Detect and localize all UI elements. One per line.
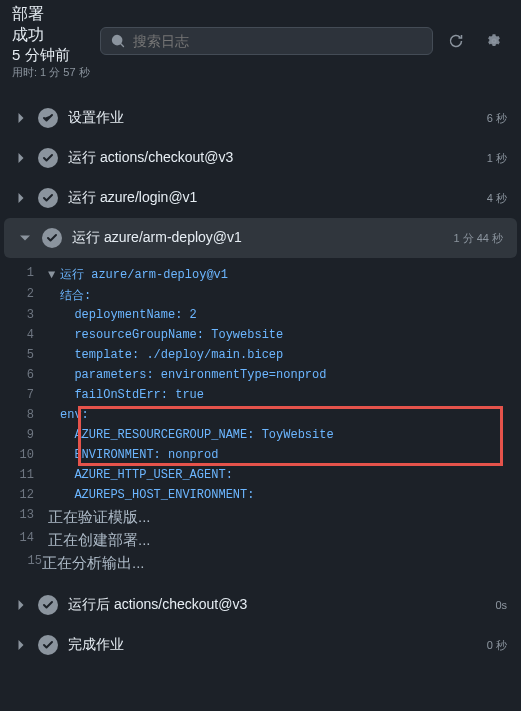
- chevron-right-icon: [14, 151, 28, 165]
- log-line[interactable]: 2结合:: [0, 285, 521, 306]
- log-line[interactable]: 7 failOnStdErr: true: [0, 386, 521, 406]
- log-line[interactable]: 12 AZUREPS_HOST_ENVIRONMENT:: [0, 486, 521, 506]
- step-name: 运行后 actions/checkout@v3: [68, 596, 485, 614]
- step-name: 运行 azure/login@v1: [68, 189, 477, 207]
- log-line[interactable]: 3 deploymentName: 2: [0, 306, 521, 326]
- step-name: 运行 azure/arm-deploy@v1: [72, 229, 443, 247]
- step-row[interactable]: 运行 azure/login@v1 4 秒: [0, 178, 521, 218]
- check-icon: [38, 148, 58, 168]
- chevron-right-icon: [14, 111, 28, 125]
- check-icon: [38, 635, 58, 655]
- check-icon: [38, 188, 58, 208]
- step-time: 0s: [495, 599, 507, 611]
- job-status: 成功: [12, 25, 90, 46]
- step-row[interactable]: 运行后 actions/checkout@v3 0s: [0, 585, 521, 625]
- step-time: 0 秒: [487, 638, 507, 653]
- chevron-right-icon: [14, 638, 28, 652]
- step-time: 6 秒: [487, 111, 507, 126]
- log-line[interactable]: 10 ENVIRONMENT: nonprod: [0, 446, 521, 466]
- step-list: 设置作业 6 秒 运行 actions/checkout@v3 1 秒 运行 a…: [0, 80, 521, 665]
- step-row[interactable]: 设置作业 6 秒: [0, 98, 521, 138]
- step-name: 运行 actions/checkout@v3: [68, 149, 477, 167]
- check-icon: [38, 595, 58, 615]
- log-line[interactable]: 4 resourceGroupName: Toywebsite: [0, 326, 521, 346]
- search-input[interactable]: [133, 33, 422, 49]
- chevron-right-icon: [14, 598, 28, 612]
- triangle-down-icon: ▼: [48, 268, 58, 282]
- log-line[interactable]: 1▼运行 azure/arm-deploy@v1: [0, 264, 521, 285]
- log-line[interactable]: 11 AZURE_HTTP_USER_AGENT:: [0, 466, 521, 486]
- job-duration: 用时: 1 分 57 秒: [12, 65, 90, 80]
- step-row-expanded[interactable]: 运行 azure/arm-deploy@v1 1 分 44 秒: [4, 218, 517, 258]
- chevron-right-icon: [14, 191, 28, 205]
- step-time: 1 分 44 秒: [453, 231, 503, 246]
- step-row[interactable]: 运行 actions/checkout@v3 1 秒: [0, 138, 521, 178]
- refresh-button[interactable]: [441, 26, 471, 56]
- gear-icon[interactable]: [479, 26, 509, 56]
- job-title: 部署: [12, 4, 90, 25]
- log-line[interactable]: 13正在验证模版...: [0, 506, 521, 529]
- chevron-down-icon: [18, 231, 32, 245]
- check-icon: [38, 108, 58, 128]
- log-line[interactable]: 15正在分析输出...: [8, 552, 521, 575]
- search-icon: [111, 34, 125, 48]
- step-time: 1 秒: [487, 151, 507, 166]
- check-icon: [42, 228, 62, 248]
- log-line[interactable]: 8env:: [0, 406, 521, 426]
- log-line[interactable]: 14正在创建部署...: [0, 529, 521, 552]
- log-line[interactable]: 9 AZURE_RESOURCEGROUP_NAME: ToyWebsite: [0, 426, 521, 446]
- step-name: 设置作业: [68, 109, 477, 127]
- step-time: 4 秒: [487, 191, 507, 206]
- log-line[interactable]: 6 parameters: environmentType=nonprod: [0, 366, 521, 386]
- job-title-block: 部署 成功 5 分钟前 用时: 1 分 57 秒: [12, 4, 90, 80]
- job-time-ago: 5 分钟前: [12, 46, 90, 65]
- search-input-wrap[interactable]: [100, 27, 433, 55]
- step-row[interactable]: 完成作业 0 秒: [0, 625, 521, 665]
- step-name: 完成作业: [68, 636, 477, 654]
- log-line[interactable]: 5 template: ./deploy/main.bicep: [0, 346, 521, 366]
- log-output: 1▼运行 azure/arm-deploy@v1 2结合: 3 deployme…: [0, 258, 521, 585]
